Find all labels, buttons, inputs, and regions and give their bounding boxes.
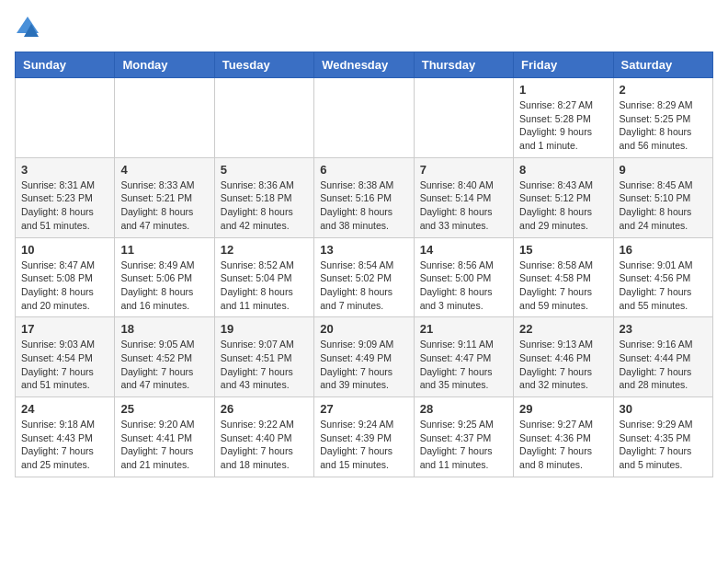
calendar-cell: 19Sunrise: 9:07 AM Sunset: 4:51 PM Dayli… [214, 317, 313, 397]
day-info: Sunrise: 9:29 AM Sunset: 4:35 PM Dayligh… [620, 418, 707, 472]
day-info: Sunrise: 8:56 AM Sunset: 5:00 PM Dayligh… [420, 259, 507, 313]
day-info: Sunrise: 8:43 AM Sunset: 5:12 PM Dayligh… [519, 178, 607, 233]
day-info: Sunrise: 8:33 AM Sunset: 5:21 PM Dayligh… [120, 178, 208, 233]
day-info: Sunrise: 8:31 AM Sunset: 5:23 PM Dayligh… [21, 178, 108, 233]
day-number: 19 [221, 322, 308, 336]
calendar-cell: 28Sunrise: 9:25 AM Sunset: 4:37 PM Dayli… [414, 397, 513, 477]
day-info: Sunrise: 9:13 AM Sunset: 4:46 PM Dayligh… [519, 338, 607, 392]
calendar-cell: 27Sunrise: 9:24 AM Sunset: 4:39 PM Dayli… [314, 397, 414, 477]
day-info: Sunrise: 9:16 AM Sunset: 4:44 PM Dayligh… [620, 338, 707, 392]
calendar-header-row: SundayMondayTuesdayWednesdayThursdayFrid… [16, 52, 713, 78]
day-number: 17 [21, 322, 108, 336]
day-number: 5 [221, 163, 308, 177]
calendar-week-1: 1Sunrise: 8:27 AM Sunset: 5:28 PM Daylig… [16, 78, 713, 158]
day-info: Sunrise: 9:20 AM Sunset: 4:41 PM Dayligh… [120, 418, 208, 472]
calendar-cell: 10Sunrise: 8:47 AM Sunset: 5:08 PM Dayli… [16, 237, 115, 317]
day-info: Sunrise: 9:01 AM Sunset: 4:56 PM Dayligh… [620, 259, 707, 313]
calendar-cell [16, 78, 115, 158]
day-header-friday: Friday [514, 52, 613, 78]
day-number: 10 [21, 243, 108, 257]
calendar-week-2: 3Sunrise: 8:31 AM Sunset: 5:23 PM Daylig… [16, 157, 713, 237]
day-number: 23 [620, 322, 707, 336]
day-number: 24 [21, 402, 108, 416]
calendar-cell: 6Sunrise: 8:38 AM Sunset: 5:16 PM Daylig… [314, 157, 414, 237]
calendar-cell: 5Sunrise: 8:36 AM Sunset: 5:18 PM Daylig… [214, 157, 313, 237]
day-info: Sunrise: 9:03 AM Sunset: 4:54 PM Dayligh… [21, 338, 108, 392]
day-number: 12 [221, 243, 308, 257]
day-number: 18 [120, 322, 208, 336]
calendar-cell: 14Sunrise: 8:56 AM Sunset: 5:00 PM Dayli… [414, 237, 513, 317]
calendar-cell: 3Sunrise: 8:31 AM Sunset: 5:23 PM Daylig… [16, 157, 115, 237]
day-info: Sunrise: 8:49 AM Sunset: 5:06 PM Dayligh… [120, 259, 208, 313]
day-number: 26 [221, 402, 308, 416]
day-number: 28 [420, 402, 507, 416]
page-header [15, 15, 713, 40]
calendar-cell: 24Sunrise: 9:18 AM Sunset: 4:43 PM Dayli… [16, 397, 115, 477]
calendar-cell: 18Sunrise: 9:05 AM Sunset: 4:52 PM Dayli… [115, 317, 214, 397]
day-number: 30 [620, 402, 707, 416]
day-info: Sunrise: 9:25 AM Sunset: 4:37 PM Dayligh… [420, 418, 507, 472]
day-number: 2 [620, 83, 707, 97]
day-info: Sunrise: 8:27 AM Sunset: 5:28 PM Dayligh… [519, 98, 607, 153]
day-number: 13 [320, 243, 407, 257]
day-info: Sunrise: 8:45 AM Sunset: 5:10 PM Dayligh… [620, 178, 707, 233]
day-info: Sunrise: 8:58 AM Sunset: 4:58 PM Dayligh… [519, 259, 607, 313]
calendar-cell: 29Sunrise: 9:27 AM Sunset: 4:36 PM Dayli… [514, 397, 613, 477]
day-number: 7 [420, 163, 507, 177]
calendar-cell [414, 78, 513, 158]
calendar-cell: 13Sunrise: 8:54 AM Sunset: 5:02 PM Dayli… [314, 237, 414, 317]
day-info: Sunrise: 9:09 AM Sunset: 4:49 PM Dayligh… [320, 338, 407, 392]
calendar-cell: 22Sunrise: 9:13 AM Sunset: 4:46 PM Dayli… [514, 317, 613, 397]
day-number: 9 [620, 163, 707, 177]
calendar-table: SundayMondayTuesdayWednesdayThursdayFrid… [15, 52, 713, 477]
day-number: 14 [420, 243, 507, 257]
day-info: Sunrise: 9:05 AM Sunset: 4:52 PM Dayligh… [120, 338, 208, 392]
day-info: Sunrise: 9:07 AM Sunset: 4:51 PM Dayligh… [221, 338, 308, 392]
day-number: 16 [620, 243, 707, 257]
day-number: 11 [120, 243, 208, 257]
day-number: 1 [519, 83, 607, 97]
calendar-cell: 7Sunrise: 8:40 AM Sunset: 5:14 PM Daylig… [414, 157, 513, 237]
day-number: 25 [120, 402, 208, 416]
day-number: 29 [519, 402, 607, 416]
calendar-cell: 8Sunrise: 8:43 AM Sunset: 5:12 PM Daylig… [514, 157, 613, 237]
day-info: Sunrise: 9:11 AM Sunset: 4:47 PM Dayligh… [420, 338, 507, 392]
day-header-saturday: Saturday [613, 52, 712, 78]
logo [15, 15, 44, 40]
day-number: 20 [320, 322, 407, 336]
day-header-sunday: Sunday [16, 52, 115, 78]
calendar-cell: 30Sunrise: 9:29 AM Sunset: 4:35 PM Dayli… [613, 397, 712, 477]
calendar-cell: 26Sunrise: 9:22 AM Sunset: 4:40 PM Dayli… [214, 397, 313, 477]
calendar-cell: 16Sunrise: 9:01 AM Sunset: 4:56 PM Dayli… [613, 237, 712, 317]
calendar-cell: 20Sunrise: 9:09 AM Sunset: 4:49 PM Dayli… [314, 317, 414, 397]
day-info: Sunrise: 8:40 AM Sunset: 5:14 PM Dayligh… [420, 178, 507, 233]
day-header-monday: Monday [115, 52, 214, 78]
day-number: 27 [320, 402, 407, 416]
calendar-cell: 2Sunrise: 8:29 AM Sunset: 5:25 PM Daylig… [613, 78, 712, 158]
day-number: 6 [320, 163, 407, 177]
calendar-cell: 21Sunrise: 9:11 AM Sunset: 4:47 PM Dayli… [414, 317, 513, 397]
day-info: Sunrise: 8:38 AM Sunset: 5:16 PM Dayligh… [320, 178, 407, 233]
calendar-cell: 1Sunrise: 8:27 AM Sunset: 5:28 PM Daylig… [514, 78, 613, 158]
day-info: Sunrise: 8:36 AM Sunset: 5:18 PM Dayligh… [221, 178, 308, 233]
day-info: Sunrise: 8:29 AM Sunset: 5:25 PM Dayligh… [620, 98, 707, 153]
calendar-cell: 4Sunrise: 8:33 AM Sunset: 5:21 PM Daylig… [115, 157, 214, 237]
calendar-cell: 15Sunrise: 8:58 AM Sunset: 4:58 PM Dayli… [514, 237, 613, 317]
calendar-cell: 9Sunrise: 8:45 AM Sunset: 5:10 PM Daylig… [613, 157, 712, 237]
day-number: 21 [420, 322, 507, 336]
day-header-wednesday: Wednesday [314, 52, 414, 78]
logo-icon [15, 15, 40, 40]
calendar-cell [214, 78, 313, 158]
day-info: Sunrise: 8:54 AM Sunset: 5:02 PM Dayligh… [320, 259, 407, 313]
day-number: 22 [519, 322, 607, 336]
day-info: Sunrise: 8:52 AM Sunset: 5:04 PM Dayligh… [221, 259, 308, 313]
calendar-week-3: 10Sunrise: 8:47 AM Sunset: 5:08 PM Dayli… [16, 237, 713, 317]
day-info: Sunrise: 9:22 AM Sunset: 4:40 PM Dayligh… [221, 418, 308, 472]
calendar-week-4: 17Sunrise: 9:03 AM Sunset: 4:54 PM Dayli… [16, 317, 713, 397]
calendar-cell [314, 78, 414, 158]
calendar-cell: 23Sunrise: 9:16 AM Sunset: 4:44 PM Dayli… [613, 317, 712, 397]
day-info: Sunrise: 9:24 AM Sunset: 4:39 PM Dayligh… [320, 418, 407, 472]
day-info: Sunrise: 9:27 AM Sunset: 4:36 PM Dayligh… [519, 418, 607, 472]
day-info: Sunrise: 8:47 AM Sunset: 5:08 PM Dayligh… [21, 259, 108, 313]
calendar-cell: 12Sunrise: 8:52 AM Sunset: 5:04 PM Dayli… [214, 237, 313, 317]
